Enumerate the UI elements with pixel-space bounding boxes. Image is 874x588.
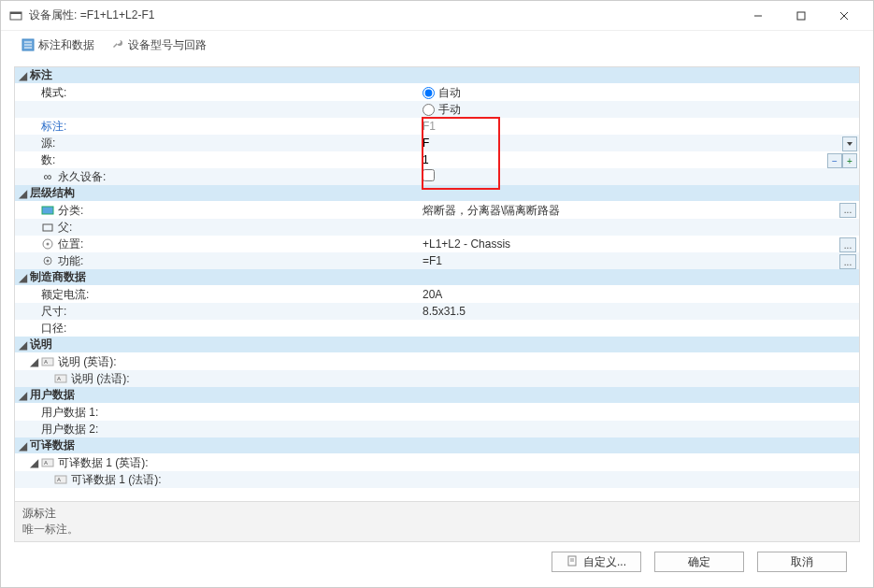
cancel-button[interactable]: 取消 bbox=[757, 552, 847, 572]
language-icon: A bbox=[54, 372, 67, 385]
row-label: 标注: bbox=[15, 118, 859, 135]
dialog-button-bar: 自定义... 确定 取消 bbox=[14, 542, 860, 580]
size-value: 8.5x31.5 bbox=[423, 305, 466, 318]
infinity-icon: ∞ bbox=[41, 170, 54, 183]
row-size: 尺寸: 8.5x31.5 bbox=[15, 303, 859, 320]
document-icon bbox=[566, 555, 578, 569]
svg-rect-10 bbox=[42, 207, 53, 214]
svg-text:A: A bbox=[57, 477, 61, 482]
maximize-button[interactable] bbox=[780, 1, 823, 31]
group-header-translatable[interactable]: ◢ 可译数据 bbox=[15, 437, 859, 454]
svg-text:A: A bbox=[57, 376, 61, 381]
permanent-checkbox[interactable] bbox=[423, 169, 435, 181]
property-grid: ◢ 标注 模式: 自动 bbox=[15, 67, 859, 501]
disclosure-triangle-icon: ◢ bbox=[19, 389, 28, 402]
label-input bbox=[423, 120, 859, 133]
row-user1: 用户数据 1: bbox=[15, 404, 859, 421]
disclosure-triangle-icon[interactable]: ◢ bbox=[30, 456, 39, 469]
row-diameter: 口径: bbox=[15, 320, 859, 337]
group-header-hierarchy[interactable]: ◢ 层级结构 bbox=[15, 185, 859, 202]
tab-device-models[interactable]: 设备型号与回路 bbox=[106, 36, 212, 55]
row-number: 数: − + bbox=[15, 151, 859, 168]
function-browse-button[interactable]: ... bbox=[839, 254, 856, 269]
wrench-icon bbox=[111, 38, 124, 51]
row-trans1-fr: A 可译数据 1 (法语): bbox=[15, 471, 859, 488]
group-header-label[interactable]: ◢ 标注 bbox=[15, 67, 859, 84]
footer-description: 源标注 唯一标注。 bbox=[15, 501, 859, 541]
disclosure-triangle-icon: ◢ bbox=[19, 338, 28, 351]
disclosure-triangle-icon[interactable]: ◢ bbox=[30, 355, 39, 368]
box-icon bbox=[41, 221, 54, 234]
disclosure-triangle-icon: ◢ bbox=[19, 187, 28, 200]
svg-text:A: A bbox=[44, 359, 48, 365]
position-icon bbox=[41, 237, 54, 251]
disclosure-triangle-icon: ◢ bbox=[19, 439, 28, 452]
radio-auto[interactable] bbox=[423, 87, 435, 99]
row-user2: 用户数据 2: bbox=[15, 421, 859, 437]
class-value: 熔断器，分离器\隔离断路器 bbox=[423, 204, 560, 217]
ok-button[interactable]: 确定 bbox=[654, 552, 744, 572]
language-icon: A bbox=[41, 355, 54, 368]
row-desc-en: ◢ A 说明 (英语): bbox=[15, 353, 859, 370]
row-parent: 父: bbox=[15, 219, 859, 236]
svg-point-13 bbox=[47, 243, 50, 246]
disclosure-triangle-icon: ◢ bbox=[19, 69, 28, 82]
svg-rect-11 bbox=[43, 224, 52, 231]
mode-manual-radio[interactable]: 手动 bbox=[423, 102, 859, 118]
toolbar: 标注和数据 设备型号与回路 bbox=[1, 31, 873, 59]
row-position: 位置: +L1+L2 - Chassis ... bbox=[15, 236, 859, 252]
row-mode: 模式: 自动 bbox=[15, 84, 859, 101]
radio-manual[interactable] bbox=[423, 104, 435, 116]
minimize-button[interactable] bbox=[737, 1, 780, 31]
row-function: 功能: =F1 ... bbox=[15, 252, 859, 269]
class-browse-button[interactable]: ... bbox=[839, 203, 856, 218]
source-input[interactable] bbox=[423, 136, 859, 150]
row-class: 分类: 熔断器，分离器\隔离断路器 ... bbox=[15, 202, 859, 219]
language-icon: A bbox=[41, 456, 54, 469]
svg-point-15 bbox=[47, 260, 50, 263]
position-browse-button[interactable]: ... bbox=[839, 237, 856, 252]
close-button[interactable] bbox=[823, 1, 866, 31]
function-value: =F1 bbox=[423, 254, 442, 267]
gear-icon bbox=[41, 254, 54, 267]
number-increment-button[interactable]: + bbox=[842, 153, 857, 168]
svg-rect-3 bbox=[797, 12, 805, 20]
class-icon bbox=[41, 204, 54, 217]
tab-label: 标注和数据 bbox=[38, 37, 94, 53]
mode-auto-radio[interactable]: 自动 bbox=[423, 85, 859, 101]
row-trans1-en: ◢ A 可译数据 1 (英语): bbox=[15, 454, 859, 471]
number-decrement-button[interactable]: − bbox=[827, 153, 842, 168]
window-title: 设备属性: =F1+L1+L2-F1 bbox=[29, 7, 737, 23]
row-permanent: ∞ 永久设备: bbox=[15, 168, 859, 185]
rated-current-value: 20A bbox=[423, 288, 442, 301]
tab-labels-and-data[interactable]: 标注和数据 bbox=[16, 36, 100, 55]
svg-text:A: A bbox=[44, 460, 48, 466]
svg-rect-1 bbox=[10, 12, 21, 14]
group-header-manufacturer[interactable]: ◢ 制造商数据 bbox=[15, 269, 859, 286]
group-header-description[interactable]: ◢ 说明 bbox=[15, 337, 859, 353]
row-source: 源: bbox=[15, 135, 859, 151]
position-value: +L1+L2 - Chassis bbox=[423, 237, 510, 251]
row-rated-current: 额定电流: 20A bbox=[15, 286, 859, 303]
disclosure-triangle-icon: ◢ bbox=[19, 271, 28, 284]
number-input[interactable] bbox=[423, 153, 859, 166]
group-header-userdata[interactable]: ◢ 用户数据 bbox=[15, 387, 859, 404]
list-icon bbox=[21, 38, 35, 51]
window-icon bbox=[8, 8, 23, 23]
titlebar: 设备属性: =F1+L1+L2-F1 bbox=[1, 1, 873, 31]
tab-label: 设备型号与回路 bbox=[128, 37, 207, 53]
source-dropdown-button[interactable] bbox=[842, 136, 857, 151]
row-mode-manual: 手动 bbox=[15, 101, 859, 118]
language-icon: A bbox=[54, 473, 67, 486]
row-desc-fr: A 说明 (法语): bbox=[15, 370, 859, 387]
customize-button[interactable]: 自定义... bbox=[552, 552, 641, 572]
